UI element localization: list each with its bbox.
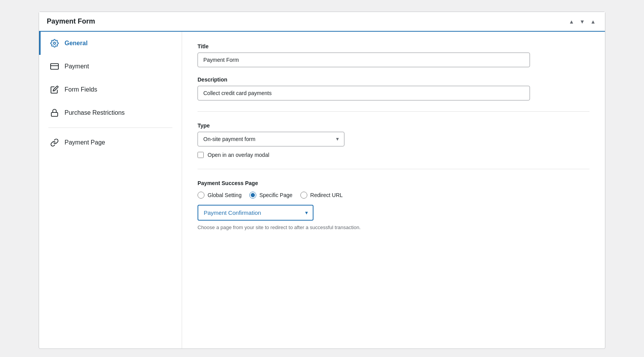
link-icon (50, 138, 59, 147)
sidebar-item-general[interactable]: General (39, 32, 182, 55)
panel-body: General Payment (39, 32, 605, 348)
lock-icon (50, 108, 59, 117)
radio-label-specific-page: Specific Page (259, 192, 293, 198)
title-field-group: Title (198, 43, 589, 67)
panel-up-button[interactable]: ▲ (567, 18, 576, 26)
payment-success-radio-group: Global Setting Specific Page Redirect UR… (198, 192, 589, 199)
confirmation-page-select[interactable]: Payment Confirmation (198, 205, 313, 221)
payment-success-helper-text: Choose a page from your site to redirect… (198, 224, 589, 230)
payment-success-title: Payment Success Page (198, 180, 589, 186)
svg-rect-3 (51, 112, 58, 116)
payment-form-panel: Payment Form ▲ ▼ ▲ General (39, 12, 605, 349)
type-field-group: Type On-site payment form Hosted payment… (198, 122, 589, 158)
credit-card-icon (50, 62, 59, 71)
radio-global-setting[interactable] (198, 192, 204, 199)
sidebar-item-label-form-fields: Form Fields (65, 86, 97, 93)
overlay-checkbox-label[interactable]: Open in an overlay modal (208, 152, 269, 158)
type-select-wrapper: On-site payment form Hosted payment form… (198, 132, 344, 146)
svg-point-0 (53, 42, 56, 44)
svg-rect-1 (51, 64, 58, 70)
sidebar-item-purchase-restrictions[interactable]: Purchase Restrictions (39, 101, 182, 124)
sidebar-item-payment-page[interactable]: Payment Page (39, 131, 182, 154)
panel-title: Payment Form (47, 17, 95, 26)
sidebar-item-label-general: General (65, 40, 88, 47)
sidebar-item-label-purchase-restrictions: Purchase Restrictions (65, 109, 125, 116)
panel-down-button[interactable]: ▼ (578, 18, 586, 26)
radio-option-specific-page[interactable]: Specific Page (249, 192, 293, 199)
radio-specific-page[interactable] (249, 192, 256, 199)
type-label: Type (198, 122, 589, 129)
radio-redirect-url[interactable] (300, 192, 307, 199)
sidebar-divider (48, 128, 172, 128)
radio-option-global-setting[interactable]: Global Setting (198, 192, 242, 199)
radio-label-redirect-url: Redirect URL (310, 192, 343, 198)
title-input[interactable] (198, 53, 530, 67)
radio-option-redirect-url[interactable]: Redirect URL (300, 192, 343, 199)
sidebar: General Payment (39, 32, 182, 348)
panel-collapse-button[interactable]: ▲ (589, 18, 597, 26)
overlay-checkbox[interactable] (198, 152, 204, 158)
sidebar-item-payment[interactable]: Payment (39, 55, 182, 78)
overlay-checkbox-row: Open in an overlay modal (198, 152, 589, 158)
section-divider-2 (198, 169, 589, 169)
gear-icon (50, 39, 59, 48)
panel-controls: ▲ ▼ ▲ (567, 18, 597, 26)
section-divider-1 (198, 111, 589, 112)
title-label: Title (198, 43, 589, 49)
description-input[interactable] (198, 86, 530, 100)
type-select[interactable]: On-site payment form Hosted payment form (198, 132, 344, 146)
radio-label-global-setting: Global Setting (208, 192, 242, 198)
edit-icon (50, 85, 59, 94)
main-content: Title Description Type On-site payment f… (182, 32, 605, 348)
panel-header: Payment Form ▲ ▼ ▲ (39, 12, 605, 32)
description-field-group: Description (198, 76, 589, 100)
payment-success-section: Payment Success Page Global Setting Spec… (198, 180, 589, 230)
sidebar-item-label-payment: Payment (65, 63, 89, 70)
sidebar-item-form-fields[interactable]: Form Fields (39, 78, 182, 101)
confirmation-select-wrapper: Payment Confirmation ▼ (198, 205, 313, 221)
description-label: Description (198, 76, 589, 83)
sidebar-item-label-payment-page: Payment Page (65, 139, 105, 146)
